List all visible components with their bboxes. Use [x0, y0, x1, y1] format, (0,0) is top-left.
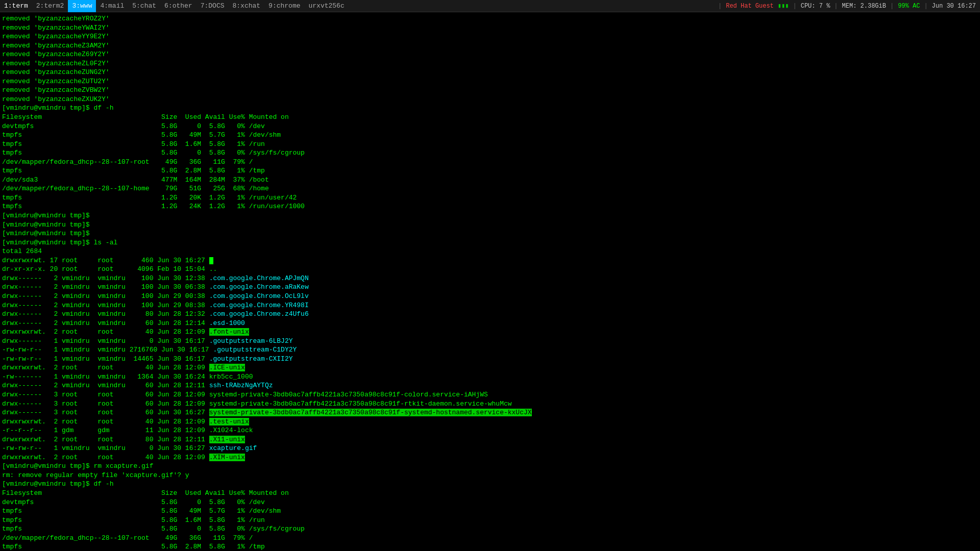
tab-mail[interactable]: 4:mail	[96, 0, 128, 12]
tab-chat[interactable]: 5:chat	[128, 0, 160, 12]
tab-docs[interactable]: 7:DOCS	[197, 0, 229, 12]
battery-status: 99% AC	[898, 3, 920, 10]
topbar: 1:term 2:term2 3:www 4:mail 5:chat 6:oth…	[0, 0, 980, 12]
username-label: Red Hat Guest	[726, 3, 774, 10]
cpu-status: CPU: 7 %	[801, 3, 830, 10]
tab-xchat[interactable]: 8:xchat	[228, 0, 264, 12]
tab-term2[interactable]: 2:term2	[32, 0, 68, 12]
terminal[interactable]: removed 'byzanzcacheYROZ2Y' removed 'byz…	[0, 12, 980, 551]
mem-status: MEM: 2.38GiB	[842, 3, 886, 10]
status-bar: | Red Hat Guest ▮▮▮ | CPU: 7 % | MEM: 2.…	[718, 2, 980, 10]
tab-other[interactable]: 6:other	[160, 0, 197, 12]
tab-urxvt[interactable]: urxvt256c	[305, 0, 349, 12]
tab-term1[interactable]: 1:term	[0, 0, 32, 12]
tab-chrome[interactable]: 9:chrome	[264, 0, 304, 12]
tab-www[interactable]: 3:www	[68, 0, 96, 12]
datetime: Jun 30 16:27	[932, 3, 976, 10]
